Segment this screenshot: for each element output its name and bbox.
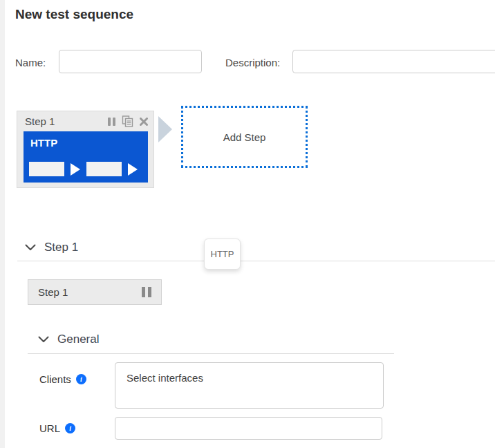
step-section-title: Step 1 bbox=[44, 241, 78, 254]
http-drag-badge[interactable]: HTTP bbox=[204, 239, 241, 270]
step-card-actions bbox=[108, 115, 148, 127]
close-icon[interactable] bbox=[140, 118, 148, 126]
clients-label-row: Clients i bbox=[39, 373, 86, 385]
url-label: URL bbox=[39, 422, 60, 434]
step-card-header: Step 1 bbox=[17, 111, 153, 131]
clients-label: Clients bbox=[39, 373, 71, 385]
flow-arrow-icon bbox=[158, 116, 172, 142]
description-input[interactable] bbox=[292, 50, 495, 73]
clients-placeholder: Select interfaces bbox=[127, 372, 203, 384]
general-section-divider bbox=[28, 353, 394, 354]
protocol-label: HTTP bbox=[30, 137, 57, 149]
add-step-button[interactable]: Add Step bbox=[181, 106, 308, 168]
description-label: Description: bbox=[225, 57, 280, 68]
add-step-label: Add Step bbox=[223, 131, 266, 143]
name-input[interactable] bbox=[59, 50, 202, 73]
step-bar-label: Step 1 bbox=[38, 286, 142, 298]
step-section-divider bbox=[17, 261, 495, 261]
url-label-row: URL i bbox=[39, 422, 75, 434]
clients-select[interactable]: Select interfaces bbox=[115, 362, 384, 409]
step-bar[interactable]: Step 1 bbox=[28, 279, 162, 305]
step-section-toggle[interactable]: Step 1 bbox=[25, 241, 78, 254]
protocol-block[interactable]: HTTP bbox=[24, 131, 148, 183]
chevron-down-icon bbox=[25, 244, 36, 251]
url-input[interactable] bbox=[115, 417, 382, 440]
request-response-row bbox=[24, 162, 148, 176]
pause-icon[interactable] bbox=[142, 287, 151, 297]
name-label: Name: bbox=[15, 57, 46, 68]
info-icon[interactable]: i bbox=[65, 423, 75, 433]
chevron-down-icon bbox=[38, 336, 49, 343]
response-slot bbox=[86, 162, 122, 176]
http-badge-label: HTTP bbox=[211, 249, 234, 259]
play-icon bbox=[71, 163, 80, 176]
general-section-toggle[interactable]: General bbox=[38, 333, 99, 346]
step-card[interactable]: Step 1 bbox=[17, 111, 154, 188]
general-section-title: General bbox=[57, 333, 99, 346]
page-title: New test sequence bbox=[15, 7, 133, 22]
step-card-title: Step 1 bbox=[25, 115, 108, 127]
copy-icon[interactable] bbox=[122, 115, 133, 127]
info-icon[interactable]: i bbox=[76, 374, 86, 384]
left-gutter bbox=[0, 0, 5, 448]
request-slot bbox=[29, 162, 64, 176]
pause-icon[interactable] bbox=[108, 118, 115, 126]
new-test-sequence-page: New test sequence Name: Description: Ste… bbox=[0, 0, 495, 448]
play-icon bbox=[128, 163, 138, 176]
